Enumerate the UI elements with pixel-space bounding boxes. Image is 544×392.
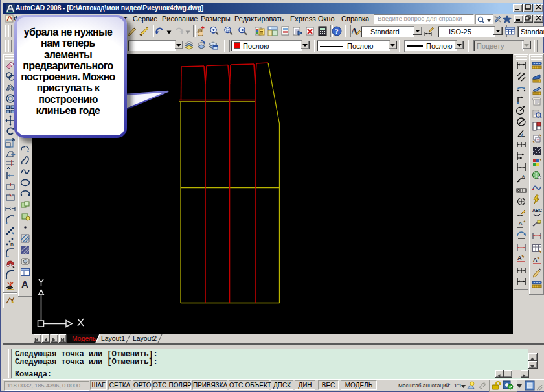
svg-text:A: A [533,257,538,263]
svg-text:Layout2: Layout2 [133,335,157,342]
svg-text:?: ? [335,27,339,35]
svg-text:A: A [21,279,28,289]
svg-text:ABC: ABC [532,208,542,213]
svg-text:Модель: Модель [72,335,96,342]
svg-text:A: A [517,255,522,261]
svg-text:n: n [10,241,14,247]
svg-text:A: A [522,174,525,178]
svg-text:A: A [519,220,523,226]
svg-text:Layout1: Layout1 [101,335,125,342]
